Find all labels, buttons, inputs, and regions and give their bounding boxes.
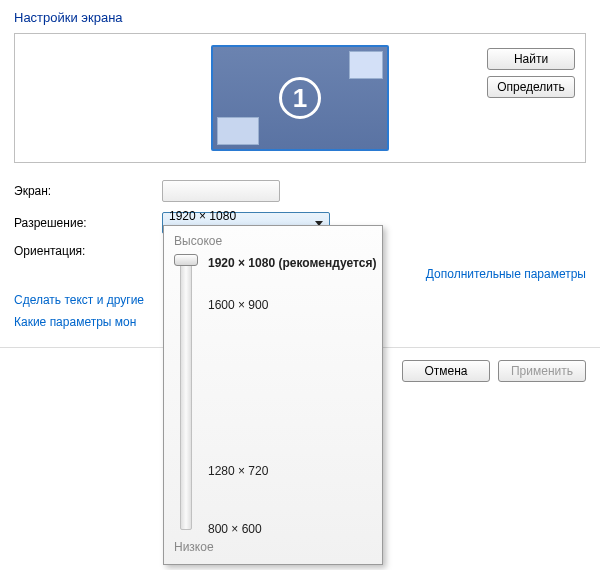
- cancel-button[interactable]: Отмена: [402, 360, 490, 382]
- resolution-label: Разрешение:: [14, 216, 162, 230]
- find-button[interactable]: Найти: [487, 48, 575, 70]
- resolution-slider-handle[interactable]: [174, 254, 198, 266]
- resolution-dropdown[interactable]: Высокое 1920 × 1080 (рекомендуется)1600 …: [163, 225, 383, 565]
- apply-button[interactable]: Применить: [498, 360, 586, 382]
- monitor-thumbnail[interactable]: 1: [211, 45, 389, 151]
- resolution-option[interactable]: 1920 × 1080 (рекомендуется): [208, 256, 376, 270]
- resolution-option[interactable]: 1600 × 900: [208, 298, 268, 312]
- resolution-slider-track[interactable]: [180, 260, 192, 530]
- dropdown-low-label: Низкое: [174, 540, 214, 554]
- monitor-preview-panel: 1 Найти Определить: [14, 33, 586, 163]
- mini-taskbar-icon: [217, 117, 259, 145]
- resolution-option[interactable]: 1280 × 720: [208, 464, 268, 478]
- screen-label: Экран:: [14, 184, 162, 198]
- resolution-option[interactable]: 800 × 600: [208, 522, 262, 536]
- orientation-label: Ориентация:: [14, 244, 162, 258]
- mini-window-icon: [349, 51, 383, 79]
- page-title: Настройки экрана: [0, 0, 600, 33]
- identify-button[interactable]: Определить: [487, 76, 575, 98]
- screen-select[interactable]: [162, 180, 280, 202]
- dropdown-high-label: Высокое: [174, 234, 372, 248]
- monitor-number-badge: 1: [279, 77, 321, 119]
- advanced-settings-link[interactable]: Дополнительные параметры: [426, 263, 586, 285]
